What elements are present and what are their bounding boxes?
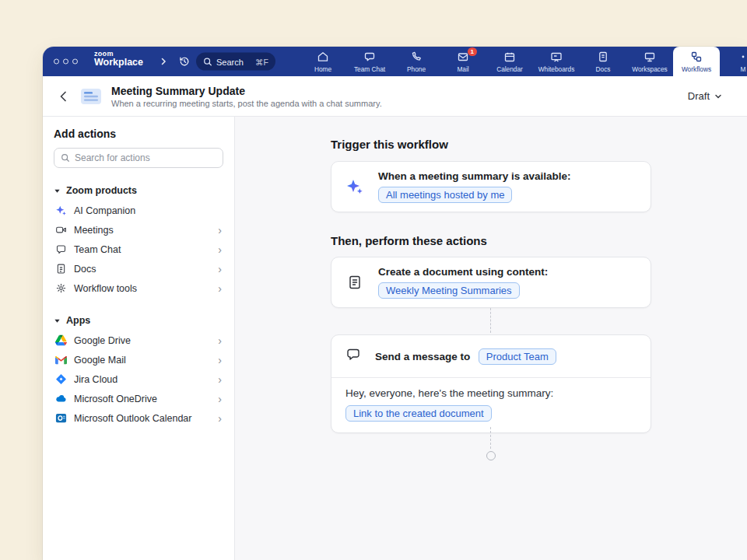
trigger-card[interactable]: When a meeting summary is available: All… (331, 161, 651, 212)
actions-heading: Then, perform these actions (331, 234, 487, 247)
trigger-text: When a meeting summary is available: (378, 170, 571, 182)
workspaces-icon (644, 51, 656, 63)
action-search-input[interactable] (75, 152, 216, 163)
home-icon (317, 51, 329, 63)
window-dot[interactable] (54, 59, 59, 65)
create-document-text: Create a document using content: (378, 266, 548, 278)
chevron-right-icon: › (218, 394, 222, 404)
sidebar-item-jira-cloud[interactable]: Jira Cloud › (54, 369, 223, 389)
nav-tab-mail[interactable]: 1 Mail (440, 47, 486, 76)
section-apps: Apps Google Drive › Google Mail › Jira C… (54, 315, 223, 428)
document-link-tag[interactable]: Link to the created document (345, 405, 492, 422)
nav-tab-phone[interactable]: Phone (393, 47, 440, 76)
window-dot[interactable] (63, 59, 68, 65)
message-body-text: Hey, everyone, here's the meeting summar… (345, 387, 637, 399)
chevron-right-icon: › (218, 283, 222, 294)
team-chat-icon (55, 243, 67, 255)
meetings-icon (55, 224, 67, 236)
sidebar-item-meetings[interactable]: Meetings › (54, 220, 223, 240)
docs-icon (55, 263, 67, 275)
document-icon (345, 275, 364, 290)
workflow-title-block: Meeting Summary Update When a recurring … (111, 85, 382, 108)
add-step-node[interactable] (486, 451, 496, 460)
sidebar-item-google-mail[interactable]: Google Mail › (54, 350, 223, 369)
workflow-canvas: Trigger this workflow When a meeting sum… (235, 117, 747, 560)
top-navbar: zoom Workplace Search ⌘F Home (43, 47, 747, 76)
connector-line (490, 427, 491, 449)
nav-tab-team-chat[interactable]: Team Chat (346, 47, 393, 76)
more-icon (737, 51, 747, 63)
nav-tab-workflows[interactable]: Workflows (673, 47, 720, 76)
outlook-calendar-icon (55, 412, 67, 424)
workflow-icon (80, 87, 102, 106)
jira-icon (55, 373, 67, 385)
chevron-right-icon: › (218, 335, 222, 346)
global-search[interactable]: Search ⌘F (196, 53, 275, 71)
section-zoom-products: Zoom products AI Companion Meetings › Te… (54, 185, 223, 298)
workflows-icon (690, 51, 703, 63)
chevron-right-icon: › (218, 225, 222, 236)
status-badge: Draft (688, 90, 710, 102)
sidebar-title: Add actions (54, 128, 223, 140)
sidebar-item-docs[interactable]: Docs › (54, 259, 223, 278)
section-header-zoom-products[interactable]: Zoom products (54, 185, 223, 196)
trigger-scope-tag[interactable]: All meetings hosted by me (378, 187, 512, 203)
chevron-right-icon: › (218, 413, 222, 424)
sidebar-item-ai-companion[interactable]: AI Companion (54, 201, 223, 220)
workflow-header: Meeting Summary Update When a recurring … (43, 76, 747, 117)
chevron-right-icon: › (218, 355, 222, 366)
phone-icon (410, 51, 423, 63)
window-dot[interactable] (72, 59, 78, 65)
sidebar-item-microsoft-outlook-calendar[interactable]: Microsoft Outlook Calendar › (54, 408, 223, 428)
recipient-tag[interactable]: Product Team (479, 348, 556, 365)
search-shortcut: ⌘F (255, 57, 268, 66)
send-message-card[interactable]: Send a message to Product Team Hey, ever… (331, 334, 651, 433)
chevron-left-icon (57, 89, 71, 103)
connector-line (490, 308, 491, 333)
mail-badge: 1 (468, 47, 477, 56)
gear-icon (55, 282, 67, 294)
page-title: Meeting Summary Update (111, 85, 382, 97)
app-window: zoom Workplace Search ⌘F Home (43, 47, 747, 560)
create-document-card[interactable]: Create a document using content: Weekly … (331, 257, 651, 308)
sidebar-item-google-drive[interactable]: Google Drive › (54, 331, 223, 350)
nav-tab-home[interactable]: Home (300, 47, 346, 76)
status-dropdown[interactable]: Draft (682, 86, 728, 106)
back-button[interactable] (57, 89, 71, 103)
onedrive-icon (55, 393, 67, 404)
caret-down-icon (54, 317, 61, 324)
message-icon (345, 347, 361, 366)
chevron-right-icon: › (218, 244, 222, 255)
trigger-heading: Trigger this workflow (331, 138, 448, 151)
caret-down-icon (54, 187, 61, 194)
chevron-right-icon: › (218, 264, 222, 275)
sidebar-item-workflow-tools[interactable]: Workflow tools › (54, 278, 223, 298)
nav-tabs: Home Team Chat Phone 1 Mail Calendar (300, 47, 747, 76)
nav-tab-more[interactable]: M (720, 47, 747, 76)
section-header-apps[interactable]: Apps (54, 315, 223, 326)
gmail-icon (55, 354, 67, 366)
docs-icon (597, 51, 609, 63)
nav-tab-workspaces[interactable]: Workspaces (626, 47, 673, 76)
whiteboard-icon (550, 51, 563, 63)
nav-tab-whiteboards[interactable]: Whiteboards (533, 47, 580, 76)
send-message-text: Send a message to (375, 351, 470, 362)
window-controls (54, 59, 78, 65)
chevron-right-icon[interactable] (160, 54, 167, 68)
nav-tab-docs[interactable]: Docs (580, 47, 626, 76)
document-content-tag[interactable]: Weekly Meeting Summaries (378, 282, 520, 299)
actions-sidebar: Add actions Zoom products AI Companion M… (43, 117, 235, 560)
history-icon[interactable] (178, 55, 191, 68)
chevron-down-icon (714, 93, 722, 100)
google-drive-icon (55, 334, 67, 346)
sidebar-item-team-chat[interactable]: Team Chat › (54, 240, 223, 259)
zoom-workplace-logo: zoom Workplace (94, 51, 143, 68)
nav-tab-calendar[interactable]: Calendar (486, 47, 533, 76)
sidebar-item-microsoft-onedrive[interactable]: Microsoft OneDrive › (54, 389, 223, 408)
search-placeholder: Search (216, 57, 244, 66)
action-search[interactable] (54, 148, 223, 168)
search-icon (203, 57, 212, 66)
search-icon (61, 153, 70, 163)
chat-icon (363, 51, 376, 63)
page-subtitle: When a recurring meeting starts, post th… (111, 99, 382, 108)
